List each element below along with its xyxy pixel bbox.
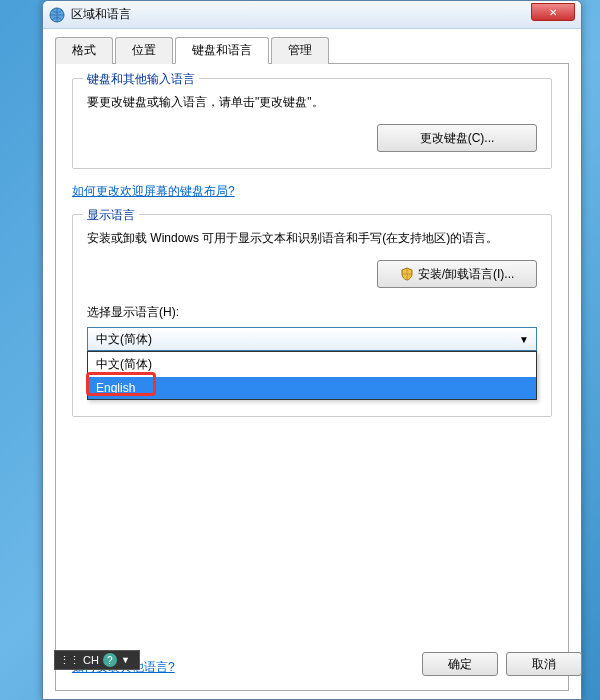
keyboard-group-title: 键盘和其他输入语言 — [83, 71, 199, 88]
tab-keyboard-language[interactable]: 键盘和语言 — [175, 37, 269, 64]
content-area: 格式 位置 键盘和语言 管理 键盘和其他输入语言 要更改键盘或输入语言，请单击"… — [43, 29, 581, 699]
dropdown-item-chinese[interactable]: 中文(简体) — [88, 352, 536, 377]
cancel-button[interactable]: 取消 — [506, 652, 582, 676]
dialog-buttons: 确定 取消 — [422, 652, 582, 676]
display-language-group-text: 安装或卸载 Windows 可用于显示文本和识别语音和手写(在支持地区)的语言。 — [87, 229, 537, 248]
language-bar[interactable]: ⋮⋮ CH ? ▼ — [54, 650, 140, 670]
display-language-group-title: 显示语言 — [83, 207, 139, 224]
keyboard-group-text: 要更改键盘或输入语言，请单击"更改键盘"。 — [87, 93, 537, 112]
shield-icon — [400, 267, 414, 281]
window-title: 区域和语言 — [71, 6, 131, 23]
button-row: 安装/卸载语言(I)... — [87, 260, 537, 288]
language-code: CH — [83, 654, 99, 666]
combo-selected-value: 中文(简体) — [96, 331, 152, 348]
display-language-combo[interactable]: 中文(简体) ▼ — [87, 327, 537, 351]
display-language-group: 显示语言 安装或卸载 Windows 可用于显示文本和识别语音和手写(在支持地区… — [72, 214, 552, 417]
language-bar-grip-icon: ⋮⋮ — [59, 654, 79, 667]
tab-administrative[interactable]: 管理 — [271, 37, 329, 64]
chevron-down-icon[interactable]: ▼ — [121, 655, 130, 665]
install-uninstall-language-button[interactable]: 安装/卸载语言(I)... — [377, 260, 537, 288]
ok-button[interactable]: 确定 — [422, 652, 498, 676]
tab-panel: 键盘和其他输入语言 要更改键盘或输入语言，请单击"更改键盘"。 更改键盘(C).… — [55, 64, 569, 691]
welcome-screen-layout-link[interactable]: 如何更改欢迎屏幕的键盘布局? — [72, 184, 235, 198]
change-keyboard-button[interactable]: 更改键盘(C)... — [377, 124, 537, 152]
chevron-down-icon: ▼ — [516, 334, 532, 345]
keyboard-group: 键盘和其他输入语言 要更改键盘或输入语言，请单击"更改键盘"。 更改键盘(C).… — [72, 78, 552, 169]
tab-location[interactable]: 位置 — [115, 37, 173, 64]
globe-icon — [49, 7, 65, 23]
close-icon: ✕ — [549, 7, 557, 18]
dropdown-item-english[interactable]: English — [88, 377, 536, 399]
install-uninstall-label: 安装/卸载语言(I)... — [418, 266, 515, 283]
select-display-language-label: 选择显示语言(H): — [87, 304, 537, 321]
titlebar[interactable]: 区域和语言 ✕ — [43, 1, 581, 29]
button-row: 更改键盘(C)... — [87, 124, 537, 152]
tab-format[interactable]: 格式 — [55, 37, 113, 64]
region-language-window: 区域和语言 ✕ 格式 位置 键盘和语言 管理 键盘和其他输入语言 要更改键盘或输… — [42, 0, 582, 700]
tab-strip: 格式 位置 键盘和语言 管理 — [55, 37, 569, 64]
close-button[interactable]: ✕ — [531, 3, 575, 21]
help-icon[interactable]: ? — [103, 653, 117, 667]
display-language-dropdown: 中文(简体) English — [87, 351, 537, 400]
